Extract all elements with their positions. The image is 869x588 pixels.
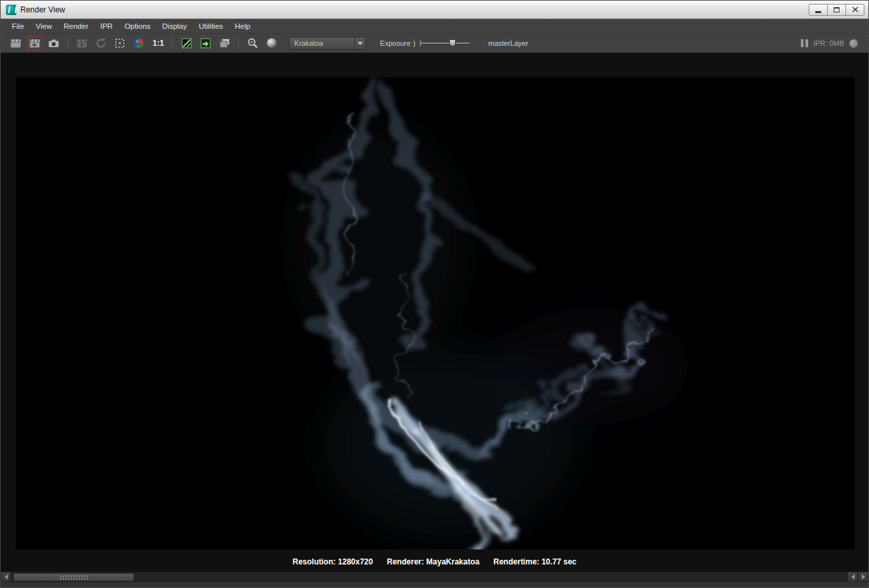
status-rendertime: Rendertime: 10.77 sec <box>494 557 577 566</box>
titlebar[interactable]: Render View <box>1 1 868 19</box>
close-button[interactable] <box>845 4 864 16</box>
arrow-left-icon <box>851 574 855 579</box>
open-image-icon[interactable] <box>217 36 232 50</box>
render-layer-label: masterLayer <box>489 39 528 47</box>
minimize-icon <box>815 11 821 13</box>
render-viewport[interactable]: Resolution: 1280x720 Renderer: MayaKraka… <box>1 53 868 573</box>
ipr-memory-label: IPR: 0MB <box>813 39 844 47</box>
shading-sphere-icon[interactable] <box>265 36 279 50</box>
color-management-icon[interactable] <box>198 36 213 50</box>
real-size-button[interactable]: 1:1 <box>151 39 166 48</box>
rendered-image[interactable] <box>16 77 855 549</box>
display-rgba-icon[interactable] <box>179 36 194 50</box>
close-icon <box>852 7 859 12</box>
toolbar: 1:1 <box>1 34 868 53</box>
exposure-slider[interactable] <box>420 39 470 48</box>
smoke-render <box>16 77 855 549</box>
menubar: File View Render IPR Options Display Uti… <box>1 19 868 34</box>
menu-item-render[interactable]: Render <box>58 20 94 33</box>
thumb-grip-icon <box>60 575 88 580</box>
menu-item-help[interactable]: Help <box>229 20 257 33</box>
refresh-ipr-region-icon[interactable] <box>94 36 108 50</box>
arrow-left-icon <box>5 574 8 579</box>
status-renderer: Renderer: MayaKrakatoa <box>387 557 479 566</box>
hscroll-track[interactable] <box>11 572 847 582</box>
scroll-left-button[interactable] <box>1 572 11 582</box>
render-current-frame-icon[interactable] <box>9 36 23 50</box>
menu-item-ipr[interactable]: IPR <box>94 20 119 33</box>
arrow-right-icon <box>862 574 865 579</box>
menu-item-utilities[interactable]: Utilities <box>193 20 229 33</box>
scroll-left-button-right-end[interactable] <box>847 572 858 582</box>
menu-item-display[interactable]: Display <box>157 20 193 33</box>
render-status-bar: Resolution: 1280x720 Renderer: MayaKraka… <box>1 557 868 566</box>
chevron-down-icon[interactable] <box>354 37 365 49</box>
exposure-label: Exposure <box>380 39 410 47</box>
window-bottom-edge <box>1 582 868 587</box>
horizontal-scrollbar[interactable] <box>1 572 868 582</box>
renderer-dropdown-value: Krakatoa <box>289 39 354 47</box>
renderer-dropdown[interactable]: Krakatoa <box>289 37 366 50</box>
menu-item-view[interactable]: View <box>30 20 58 33</box>
redo-previous-render-icon[interactable] <box>28 36 42 50</box>
ipr-render-icon[interactable] <box>75 36 89 50</box>
maximize-icon <box>834 7 840 12</box>
scroll-right-button[interactable] <box>858 572 868 582</box>
toolbar-separator <box>172 37 173 49</box>
pause-icon[interactable] <box>801 39 808 47</box>
snapshot-icon[interactable] <box>46 36 61 50</box>
status-resolution: Resolution: 1280x720 <box>293 557 373 566</box>
ipr-status-cluster: IPR: 0MB <box>801 39 860 48</box>
maximize-button[interactable] <box>827 4 846 16</box>
maya-app-icon <box>6 5 16 15</box>
toolbar-separator <box>67 37 68 49</box>
rgb-channels-icon[interactable] <box>132 36 146 50</box>
window-controls <box>809 4 864 16</box>
hscroll-thumb[interactable] <box>13 573 134 581</box>
menu-item-file[interactable]: File <box>6 20 30 33</box>
exposure-control: Exposure ) <box>380 39 469 48</box>
ipr-indicator-icon <box>849 39 858 48</box>
exposure-slider-thumb[interactable] <box>449 39 456 46</box>
toolbar-separator <box>238 37 239 49</box>
minimize-button[interactable] <box>809 4 828 16</box>
pause-ipr-tuning-icon[interactable] <box>113 36 127 50</box>
exposure-slider-track[interactable] <box>420 43 470 44</box>
exposure-spinner[interactable]: ) <box>413 39 416 47</box>
window-title: Render View <box>20 5 65 14</box>
menu-item-options[interactable]: Options <box>119 20 157 33</box>
zoom-icon[interactable] <box>246 36 260 50</box>
render-view-window: Render View File View Render IPR Options… <box>0 0 869 588</box>
